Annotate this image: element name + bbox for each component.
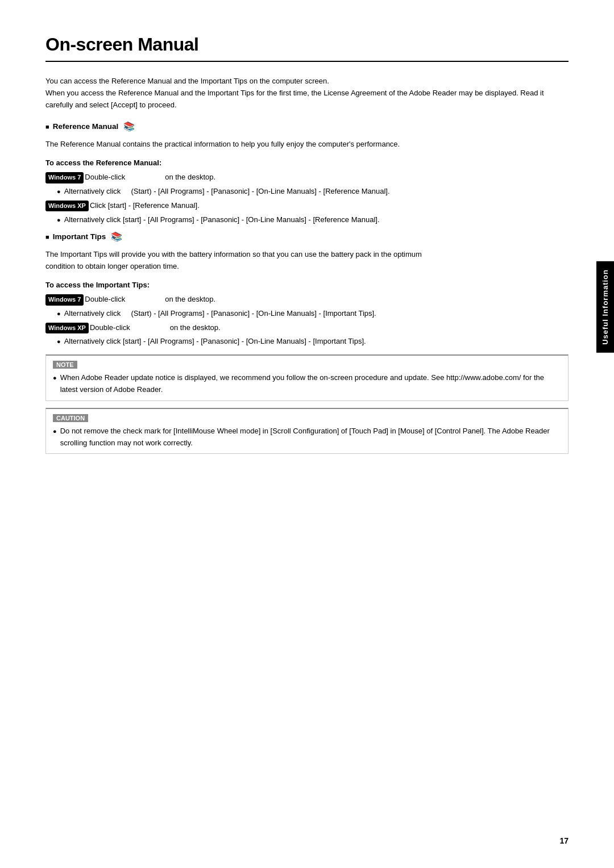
important-tips-access-heading: To access the Important Tips:: [45, 281, 569, 289]
ref-manual-access-heading: To access the Reference Manual:: [45, 158, 569, 167]
book-icon-2: 📚: [111, 231, 122, 242]
caution-label: CAUTION: [53, 414, 88, 422]
ref-win7-line: Windows 7 Double-click on the desktop.: [45, 172, 569, 183]
ref-manual-heading: Reference Manual 📚: [45, 121, 569, 132]
tips-winxp-line: Windows XP Double-click on the desktop.: [45, 322, 569, 334]
important-tips-heading: Important Tips 📚: [45, 231, 569, 242]
ref-win7-alt-line: Alternatively click (Start) - [All Progr…: [57, 186, 569, 198]
note-box: NOTE When Adobe Reader update notice is …: [45, 354, 569, 401]
note-text: When Adobe Reader update notice is displ…: [53, 372, 561, 396]
caution-box: CAUTION Do not remove the check mark for…: [45, 408, 569, 454]
tips-winxp-alt-line: Alternatively click [start] - [All Progr…: [57, 336, 569, 348]
page-container: On-screen Manual You can access the Refe…: [0, 0, 614, 868]
windowsxp-badge-2: Windows XP: [45, 323, 89, 334]
windowsxp-badge: Windows XP: [45, 201, 89, 212]
ref-winxp-line: Windows XP Click [start] - [Reference Ma…: [45, 200, 569, 212]
book-icon: 📚: [123, 121, 135, 132]
caution-text: Do not remove the check mark for [Intell…: [53, 425, 561, 449]
tips-win7-line: Windows 7 Double-click on the desktop.: [45, 294, 569, 306]
windows7-badge-2: Windows 7: [45, 294, 84, 306]
note-label: NOTE: [53, 361, 77, 369]
intro-text: You can access the Reference Manual and …: [45, 76, 569, 111]
important-tips-body: The Important Tips will provide you with…: [45, 249, 569, 273]
page-title: On-screen Manual: [45, 34, 569, 62]
ref-manual-body: The Reference Manual contains the practi…: [45, 139, 569, 151]
windows7-badge: Windows 7: [45, 172, 84, 183]
tips-win7-alt-line: Alternatively click (Start) - [All Progr…: [57, 308, 569, 320]
side-tab: Useful Information: [596, 261, 614, 353]
page-number: 17: [559, 836, 569, 845]
ref-winxp-alt-line: Alternatively click [start] - [All Progr…: [57, 214, 569, 226]
